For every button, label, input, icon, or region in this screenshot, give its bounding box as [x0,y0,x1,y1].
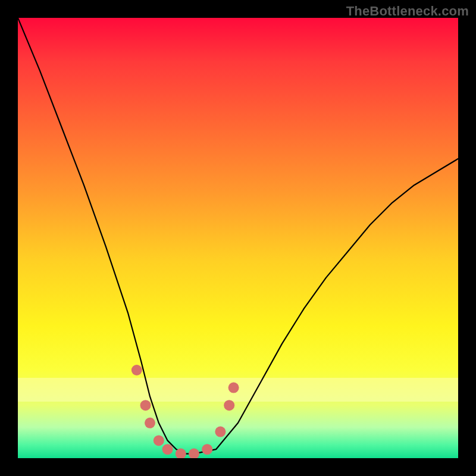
marker-dot [131,365,142,375]
marker-group [131,365,239,458]
chart-svg [18,18,458,458]
marker-dot [162,444,173,455]
marker-dot [215,427,226,437]
marker-dot [189,449,199,458]
marker-dot [202,444,212,455]
marker-dot [145,418,155,428]
plot-area [18,18,458,458]
marker-dot [228,383,239,393]
chart-frame: TheBottleneck.com [0,0,476,476]
marker-dot [140,400,151,411]
marker-dot [154,435,164,446]
watermark-text: TheBottleneck.com [346,4,469,19]
marker-dot [224,400,234,411]
